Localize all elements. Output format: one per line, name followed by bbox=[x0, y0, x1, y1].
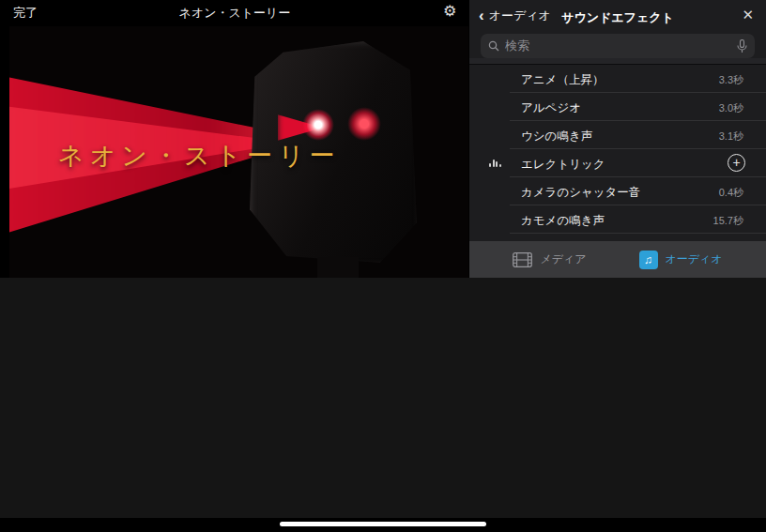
laser-bright-point bbox=[302, 109, 334, 141]
dictation-mic-icon[interactable] bbox=[737, 39, 747, 53]
search-icon bbox=[488, 40, 499, 52]
timeline-area: T bbox=[0, 278, 766, 518]
effect-duration: 3.1秒 bbox=[719, 129, 743, 144]
now-playing-bars-icon bbox=[489, 159, 501, 167]
project-title: ネオン・ストーリー bbox=[0, 5, 469, 22]
list-item[interactable]: アニメ（上昇） 3.3秒 bbox=[469, 65, 766, 93]
effect-name: エレクトリック bbox=[521, 157, 605, 173]
list-item[interactable]: カメラのシャッター音 0.4秒 bbox=[469, 177, 766, 205]
search-input[interactable]: 検索 bbox=[481, 34, 755, 58]
video-preview[interactable]: ネオン・ストーリー bbox=[9, 26, 468, 278]
sound-effects-panel: ‹ オーディオ サウンドエフェクト ✕ 検索 アニメ（上昇） 3.3秒 bbox=[469, 0, 766, 278]
effect-name: アニメ（上昇） bbox=[521, 72, 604, 88]
media-audio-tabbar: メディア ♫ オーディオ bbox=[469, 241, 766, 278]
add-sound-button[interactable]: + bbox=[728, 154, 745, 172]
film-strip-icon bbox=[513, 252, 532, 267]
list-item-playing[interactable]: エレクトリック + bbox=[469, 149, 766, 177]
video-title-overlay: ネオン・ストーリー bbox=[58, 139, 341, 173]
effect-duration: 15.7秒 bbox=[713, 214, 743, 228]
effect-duration: 0.4秒 bbox=[719, 186, 743, 200]
list-item[interactable]: アルペジオ 3.0秒 bbox=[469, 93, 766, 121]
settings-gear-icon[interactable]: ⚙ bbox=[443, 2, 456, 20]
imovie-app: 完了 ネオン・ストーリー ⚙ ネオン・ストーリー ‹ オーディオ サウンドエフェ… bbox=[0, 0, 766, 532]
effect-duration: 3.3秒 bbox=[719, 73, 743, 87]
home-indicator[interactable] bbox=[280, 522, 486, 526]
device-stand-graphic bbox=[317, 257, 359, 278]
top-bar: 完了 ネオン・ストーリー ⚙ bbox=[0, 0, 469, 23]
close-icon[interactable]: ✕ bbox=[742, 7, 754, 23]
tab-media[interactable]: メディア bbox=[513, 251, 586, 267]
laser-red-point bbox=[347, 107, 381, 141]
tab-media-label: メディア bbox=[540, 251, 586, 267]
panel-title: サウンドエフェクト bbox=[469, 9, 766, 26]
effect-name: ウシの鳴き声 bbox=[521, 129, 592, 144]
scrolled-row-sliver bbox=[469, 58, 766, 65]
effect-duration: 3.0秒 bbox=[719, 101, 743, 115]
list-item[interactable]: カモメの鳴き声 15.7秒 bbox=[469, 205, 766, 234]
list-item[interactable]: ウシの鳴き声 3.1秒 bbox=[469, 121, 766, 149]
list-item-partial[interactable]: ギター（マイナーコード） 5.0秒 bbox=[469, 234, 766, 241]
tab-audio[interactable]: ♫ オーディオ bbox=[639, 251, 723, 269]
music-note-icon: ♫ bbox=[639, 251, 658, 269]
search-placeholder: 検索 bbox=[505, 38, 737, 54]
effect-name: アルペジオ bbox=[521, 100, 581, 116]
effect-name: カメラのシャッター音 bbox=[521, 185, 640, 201]
tab-audio-label: オーディオ bbox=[666, 251, 723, 267]
sound-effects-list: アニメ（上昇） 3.3秒 アルペジオ 3.0秒 ウシの鳴き声 3.1秒 エレクト… bbox=[469, 65, 766, 241]
effect-name: カモメの鳴き声 bbox=[521, 213, 605, 229]
panel-header: ‹ オーディオ サウンドエフェクト ✕ bbox=[469, 0, 766, 32]
